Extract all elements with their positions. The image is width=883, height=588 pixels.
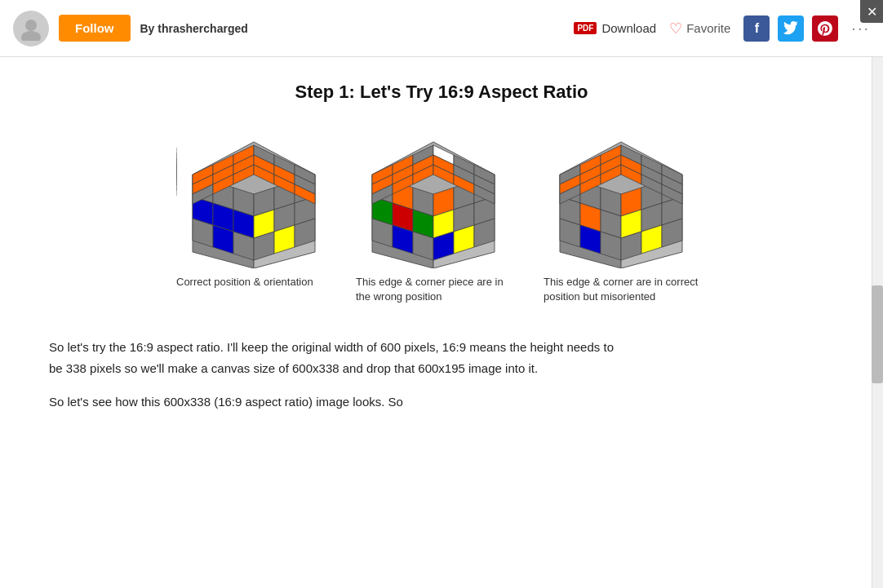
cube-image-3 [544, 126, 699, 268]
favorite-label: Favorite [686, 21, 730, 35]
paragraph-1: So let's try the 16:9 aspect ratio. I'll… [49, 337, 620, 378]
cubes-container: Correct position & orientation [49, 126, 834, 304]
avatar [13, 11, 49, 46]
social-icons: f [743, 15, 838, 42]
cube3-caption: This edge & corner are in correct positi… [544, 275, 707, 304]
cube1-caption: Correct position & orientation [176, 275, 313, 290]
cube-item-2: This edge & corner piece are in the wron… [356, 126, 519, 304]
follow-button[interactable]: Follow [59, 15, 131, 42]
download-button[interactable]: PDF Download [574, 21, 656, 35]
favorite-button[interactable]: ♡ Favorite [669, 20, 730, 38]
text-content: So let's try the 16:9 aspect ratio. I'll… [49, 337, 620, 413]
cube-image-2 [356, 126, 511, 268]
main-content: Step 1: Let's Try 16:9 Aspect Ratio [0, 57, 883, 588]
download-label: Download [601, 21, 656, 35]
cube-item-3: This edge & corner are in correct positi… [544, 126, 707, 304]
nav-right: PDF Download ♡ Favorite f ··· [574, 15, 870, 42]
top-nav: Follow By thrashercharged PDF Download ♡… [0, 0, 883, 57]
cube-image-1 [176, 126, 331, 268]
svg-point-1 [21, 31, 41, 41]
cube2-caption: This edge & corner piece are in the wron… [356, 275, 519, 304]
close-button[interactable]: ✕ [860, 0, 883, 23]
paragraph-2: So let's see how this 600x338 (16:9 aspe… [49, 391, 620, 413]
twitter-icon[interactable] [778, 15, 804, 42]
cube-item-1: Correct position & orientation [176, 126, 331, 304]
heart-icon: ♡ [669, 20, 682, 38]
svg-point-0 [25, 20, 37, 31]
fb-letter: f [755, 21, 759, 36]
pdf-icon: PDF [574, 22, 597, 34]
author-name: thrashercharged [158, 22, 247, 35]
by-text: By [140, 22, 155, 35]
pinterest-icon[interactable] [812, 15, 838, 42]
step-title: Step 1: Let's Try 16:9 Aspect Ratio [49, 82, 834, 103]
facebook-icon[interactable]: f [743, 15, 770, 42]
author-byline: By thrashercharged [140, 22, 565, 35]
